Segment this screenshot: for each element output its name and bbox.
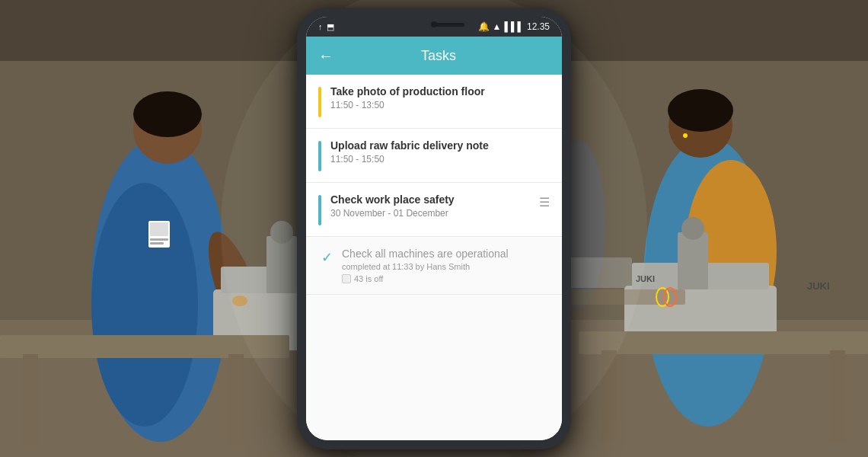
phone-speaker xyxy=(434,23,464,27)
task-content-1: Take photo of production floor 11:50 - 1… xyxy=(330,85,550,110)
task-list: Take photo of production floor 11:50 - 1… xyxy=(306,75,562,440)
task-accent-3 xyxy=(318,195,321,225)
task-time-1: 11:50 - 13:50 xyxy=(330,100,550,110)
phone-camera xyxy=(431,21,437,27)
task-item-1[interactable]: Take photo of production floor 11:50 - 1… xyxy=(306,75,562,129)
task-title-3: Check work place safety xyxy=(330,193,530,206)
task-accent-1 xyxy=(318,87,321,117)
app-title: Tasks xyxy=(343,48,535,64)
task-item-4[interactable]: ✓ Check all machines are operational com… xyxy=(306,237,562,295)
download-icon: ⬒ xyxy=(327,22,334,32)
phone-screen: ↑ ⬒ 🔔 ▲ ▌▌▌ 12.35 ← Tasks xyxy=(306,17,562,440)
task-content-4: Check all machines are operational compl… xyxy=(342,248,550,283)
checkbox-label: 43 is off xyxy=(354,274,383,283)
task-item-2[interactable]: Upload raw fabric delivery note 11:50 - … xyxy=(306,129,562,183)
status-icons-left: ↑ ⬒ xyxy=(318,22,334,32)
alarm-icon: 🔔 xyxy=(478,21,490,32)
task-title-2: Upload raw fabric delivery note xyxy=(330,139,550,152)
app-header: ← Tasks xyxy=(306,37,562,75)
task-checkbox-item: 43 is off xyxy=(342,274,550,283)
svg-rect-40 xyxy=(150,242,164,244)
status-time: 12.35 xyxy=(527,21,550,32)
task-time-3: 30 November - 01 December xyxy=(330,208,530,219)
task-item-3[interactable]: Check work place safety 30 November - 01… xyxy=(306,183,562,237)
phone-frame: ↑ ⬒ 🔔 ▲ ▌▌▌ 12.35 ← Tasks xyxy=(297,8,571,449)
task-completed-text: completed at 11:33 by Hans Smith xyxy=(342,262,550,271)
task-title-1: Take photo of production floor xyxy=(330,85,550,97)
task-accent-2 xyxy=(318,141,321,171)
back-button[interactable]: ← xyxy=(318,47,333,65)
check-icon: ✓ xyxy=(321,249,333,266)
wifi-icon: ▲ xyxy=(493,21,502,32)
checkbox-icon[interactable] xyxy=(342,274,351,283)
upload-icon: ↑ xyxy=(318,22,323,31)
svg-point-41 xyxy=(232,296,247,306)
task-content-2: Upload raw fabric delivery note 11:50 - … xyxy=(330,139,550,165)
svg-rect-38 xyxy=(150,222,168,236)
status-icons-right: 🔔 ▲ ▌▌▌ 12.35 xyxy=(478,21,550,32)
svg-point-44 xyxy=(683,133,688,138)
svg-rect-39 xyxy=(150,238,168,241)
signal-icon: ▌▌▌ xyxy=(504,21,524,32)
task-list-icon: ☰ xyxy=(539,195,550,209)
phone-device: ↑ ⬒ 🔔 ▲ ▌▌▌ 12.35 ← Tasks xyxy=(297,8,571,449)
task-content-3: Check work place safety 30 November - 01… xyxy=(330,193,530,219)
task-title-4: Check all machines are operational xyxy=(342,248,550,260)
task-time-2: 11:50 - 15:50 xyxy=(330,154,550,165)
